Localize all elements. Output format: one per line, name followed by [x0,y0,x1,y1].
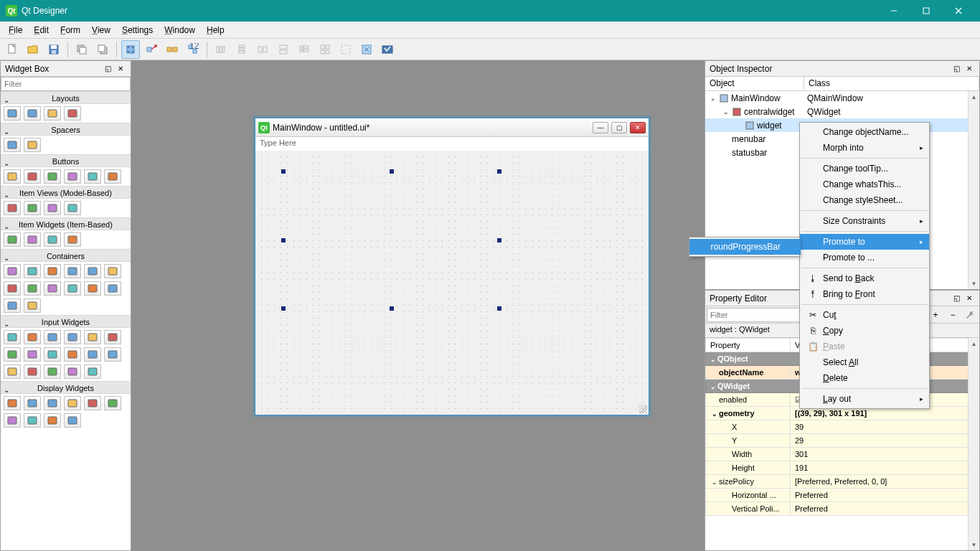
menu-view[interactable]: View [86,23,116,37]
preview-button[interactable] [378,40,397,59]
edit-signals-button[interactable] [142,40,161,59]
wb-item[interactable] [104,169,121,184]
wb-item[interactable] [104,264,121,278]
wb-item[interactable] [24,232,41,247]
menu-form[interactable]: Form [55,23,86,37]
wb-item[interactable] [44,232,61,247]
wb-item[interactable] [64,347,81,362]
ctx-copy[interactable]: ⎘Copy [800,323,929,339]
wb-item[interactable] [84,347,101,362]
wb-section-item-views-model-based-[interactable]: ⌄Item Views (Model-Based) [1,186,131,199]
wb-item[interactable] [44,106,61,121]
wb-item[interactable] [64,364,81,379]
ctx-delete[interactable]: Delete [800,370,929,386]
wb-item[interactable] [4,413,21,428]
form-menubar[interactable]: Type Here [255,137,649,151]
wb-item[interactable] [104,281,121,296]
context-menu[interactable]: Change objectName...Morph into▸Change to… [799,122,930,409]
ctx-lay-out[interactable]: Lay out▸ [800,391,929,407]
wb-item[interactable] [4,106,21,121]
wb-item[interactable] [64,201,81,215]
ctx-send-to-back[interactable]: ⭳Send to Back [800,270,929,286]
wb-item[interactable] [24,264,41,278]
wb-item[interactable] [4,264,21,278]
wb-item[interactable] [64,413,81,428]
ctx-change-tooltip-[interactable]: Change toolTip... [800,161,929,176]
oi-col-class[interactable]: Class [804,77,979,90]
pe-prop-sizePolicy[interactable]: ⌄sizePolicy[Preferred, Preferred, 0, 0] [706,475,979,489]
resize-handle-sw[interactable] [281,306,286,311]
wb-item[interactable] [44,347,61,362]
wb-item[interactable] [44,413,61,428]
wb-item[interactable] [24,413,41,428]
ctx-bring-to-front[interactable]: ⭱Bring to Front [800,286,929,302]
menu-edit[interactable]: Edit [28,23,55,37]
oi-row-centralwidget[interactable]: ⌄centralwidgetQWidget [705,105,979,118]
pe-prop-Height[interactable]: Height191 [706,461,979,475]
wb-item[interactable] [64,106,81,121]
ctx-size-constraints[interactable]: Size Constraints▸ [800,213,929,229]
menu-file[interactable]: File [3,23,28,37]
menu-settings[interactable]: Settings [116,23,159,37]
pe-prop-Width[interactable]: Width301 [706,448,979,461]
wb-section-display-widgets[interactable]: ⌄Display Widgets [1,381,131,394]
menu-help[interactable]: Help [201,23,230,37]
pe-prop-Horizontal[interactable]: Horizontal ...Preferred [706,489,979,502]
wb-item[interactable] [44,330,61,344]
wb-item[interactable] [44,264,61,278]
pe-prop-VerticalPoli[interactable]: Vertical Poli...Preferred [706,502,979,516]
property-editor-undock-button[interactable]: ◱ [951,293,962,304]
widget-box-undock-button[interactable]: ◱ [102,63,113,75]
minimize-button[interactable] [877,0,910,22]
layout-form-button[interactable] [295,40,314,59]
wb-item[interactable] [104,396,121,410]
edit-taborder-button[interactable]: 12 [184,40,202,59]
wb-item[interactable] [84,169,101,184]
ctx-change-stylesheet-[interactable]: Change styleSheet... [800,192,929,208]
resize-handle-e[interactable] [497,238,501,242]
open-file-button[interactable] [24,40,42,59]
layout-vsplitter-button[interactable] [274,40,293,59]
layout-hsplitter-button[interactable] [253,40,272,59]
bring-front-button[interactable] [93,40,112,59]
object-inspector-undock-button[interactable]: ◱ [951,63,962,75]
wb-item[interactable] [4,201,21,215]
pe-prop-X[interactable]: X39 [706,420,979,434]
adjust-size-button[interactable] [357,40,376,59]
wb-item[interactable] [4,232,21,247]
wb-item[interactable] [24,364,41,379]
ctx-sub-roundProgressBar[interactable]: roundProgressBar [689,239,801,255]
widget-box-close-button[interactable]: ✕ [115,63,126,75]
pe-wrench-button[interactable] [962,307,978,323]
wb-item[interactable] [4,298,21,313]
layout-grid-button[interactable] [316,40,334,59]
object-inspector-close-button[interactable]: ✕ [963,63,975,75]
wb-item[interactable] [84,281,101,296]
oi-scrollbar[interactable]: ▲▼ [968,91,979,289]
pe-plus-button[interactable]: + [928,307,943,323]
design-canvas[interactable]: Qt MainWindow - untitled.ui* — ▢ ✕ Type … [131,60,705,551]
wb-item[interactable] [64,264,81,278]
wb-item[interactable] [4,396,21,410]
context-submenu[interactable]: roundProgressBar [689,237,800,257]
wb-item[interactable] [104,330,121,344]
wb-item[interactable] [104,347,121,362]
edit-buddies-button[interactable] [163,40,182,59]
wb-item[interactable] [4,364,21,379]
wb-item[interactable] [84,264,101,278]
edit-widgets-button[interactable] [121,40,140,59]
layout-horizontal-button[interactable] [212,40,230,59]
save-file-button[interactable] [44,40,63,59]
wb-item[interactable] [24,396,41,410]
wb-item[interactable] [4,347,21,362]
wb-item[interactable] [84,330,101,344]
wb-item[interactable] [64,281,81,296]
wb-item[interactable] [24,138,41,152]
ctx-morph-into[interactable]: Morph into▸ [800,140,929,156]
form-body[interactable] [255,151,649,415]
resize-handle-ne[interactable] [497,169,501,174]
wb-item[interactable] [44,281,61,296]
wb-item[interactable] [24,281,41,296]
ctx-promote-to-[interactable]: Promote to ... [800,250,929,265]
wb-item[interactable] [4,169,21,184]
